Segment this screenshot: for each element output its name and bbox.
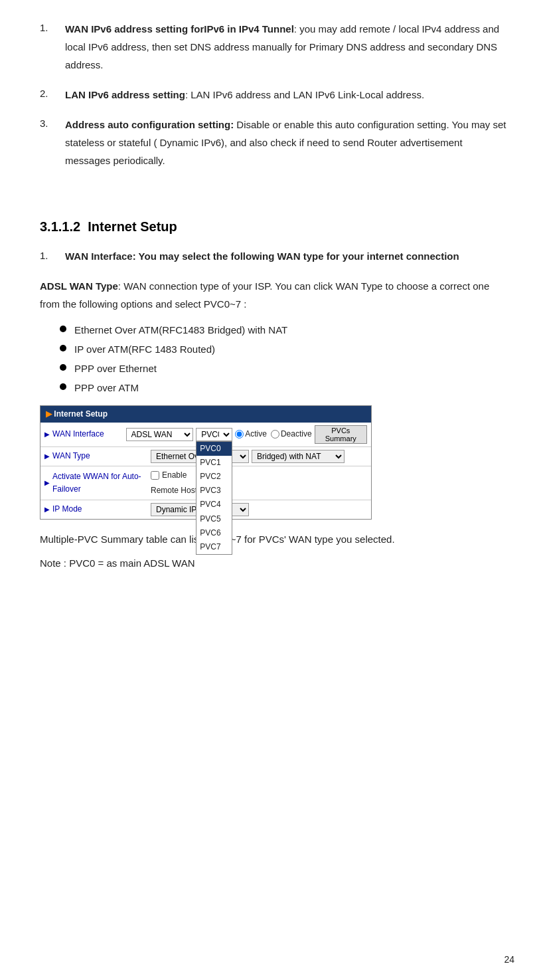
multiple-pvc-note: Multiple-PVC Summary table can list PVC0… [40,532,508,547]
bullet-dot-2 [60,364,66,371]
pvc-option-3[interactable]: PVC3 [196,484,232,498]
pvc-dropdown-list[interactable]: PVC0 PVC1 PVC2 PVC3 PVC4 PVC5 PVC6 PVC7 [196,441,232,555]
wan-item-number: 1. [40,248,65,264]
radio-active-label[interactable]: Active [235,428,267,441]
list-item-2-text: : LAN IPv6 address and LAN IPv6 Link-Loc… [185,89,424,100]
list-item-3-bold: Address auto configuration setting: [65,119,234,130]
ui-label-wan-type-text: WAN Type [52,450,90,462]
bullet-item-0: Ethernet Over ATM(RFC1483 Bridged) with … [60,322,508,338]
radio-deactive-label[interactable]: Deactive [271,428,312,441]
ui-label-wan-interface-text: WAN Interface [52,428,104,441]
ui-content-wan-type: Ethernet Over ATM Bridged) with NAT [151,450,367,463]
section-heading: 3.1.1.2 Internet Setup [40,216,508,237]
bullet-text-0: Ethernet Over ATM(RFC1483 Bridged) with … [74,322,287,338]
pvc-option-0[interactable]: PVC0 [196,442,232,456]
enable-checkbox[interactable] [151,471,159,480]
pvc-option-4[interactable]: PVC4 [196,498,232,512]
pvc-option-6[interactable]: PVC6 [196,526,232,540]
bullet-text-1: IP over ATM(RFC 1483 Routed) [74,342,215,357]
enable-checkbox-text: Enable [162,469,187,482]
ui-content-ip-mode: Dynamic IP Address [151,503,367,516]
ui-label-ip-mode-text: IP Mode [52,503,82,516]
list-number-1: 1. [40,20,65,36]
list-item-1-bold: WAN IPv6 address setting forIPv6 in IPv4… [65,23,294,35]
ui-label-activate-wwan: Activate WWAN for Auto-Failover [44,470,151,496]
wan-interface-bold: WAN Interface: You may select the follow… [65,250,459,262]
ui-label-wan-type: WAN Type [44,450,151,462]
list-item-3: 3. Address auto configuration setting: D… [40,116,508,169]
ui-title-text: Internet Setup [54,409,108,419]
list-item-1: 1. WAN IPv6 address setting forIPv6 in I… [40,20,508,74]
enable-checkbox-label[interactable]: Enable [151,469,187,482]
pvc-dropdown-container: PVC0 PVC0 PVC1 PVC2 PVC3 PVC4 PVC5 PVC6 … [196,428,232,441]
active-deactive-group: Active Deactive [235,428,311,441]
ui-content-activate-wwan: Enable Remote Host for k [151,469,367,497]
pvc-option-2[interactable]: PVC2 [196,470,232,484]
list-item-2: 2. LAN IPv6 address setting: LAN IPv6 ad… [40,86,508,104]
wan-interface-item: 1. WAN Interface: You may select the fol… [40,248,508,265]
bullet-text-3: PPP over ATM [74,380,139,396]
list-number-3: 3. [40,116,65,132]
bullet-list: Ethernet Over ATM(RFC1483 Bridged) with … [60,322,508,396]
pvcs-summary-button[interactable]: PVCs Summary [315,425,367,444]
list-item-1-content: WAN IPv6 address setting forIPv6 in IPv4… [65,20,508,74]
bullet-item-1: IP over ATM(RFC 1483 Routed) [60,342,508,357]
pvc0-note: Note : PVC0 = as main ADSL WAN [40,555,508,571]
bullet-dot-3 [60,383,66,390]
page-number: 24 [504,952,514,967]
ui-screenshot: Internet Setup WAN Interface ADSL WAN PV… [40,405,372,520]
bullet-item-3: PPP over ATM [60,380,508,396]
pvc0-note-text: Note : PVC0 = as main ADSL WAN [40,557,195,569]
wan-interface-select[interactable]: ADSL WAN [126,428,194,441]
section-title: Internet Setup [88,219,177,234]
section-number: 3.1.1.2 [40,219,80,234]
adsl-intro: ADSL WAN Type: WAN connection type of yo… [40,277,508,313]
bullet-dot-0 [60,326,66,332]
bullet-text-2: PPP over Ethernet [74,361,157,377]
pvc-option-1[interactable]: PVC1 [196,456,232,470]
radio-active-text: Active [245,428,267,441]
ui-title-bar: Internet Setup [40,406,371,423]
list-item-2-bold: LAN IPv6 address setting [65,89,185,100]
ui-label-ip-mode: IP Mode [44,503,151,516]
ui-content-wan-interface: ADSL WAN PVC0 PVC0 PVC1 PVC2 PVC3 PVC4 P… [126,425,367,444]
ui-label-wan-interface: WAN Interface [44,428,126,441]
pvc-select[interactable]: PVC0 [196,428,232,441]
pvc-option-7[interactable]: PVC7 [196,540,232,554]
bridged-select[interactable]: Bridged) with NAT [252,450,345,463]
list-number-2: 2. [40,86,65,102]
wan-item-content: WAN Interface: You may select the follow… [65,248,459,265]
bullet-dot-1 [60,345,66,351]
adsl-intro-bold: ADSL WAN Type [40,280,118,292]
main-list: 1. WAN IPv6 address setting forIPv6 in I… [40,20,508,169]
list-item-3-content: Address auto configuration setting: Disa… [65,116,508,169]
ui-label-activate-wwan-text: Activate WWAN for Auto-Failover [52,470,151,496]
radio-deactive[interactable] [271,430,279,439]
radio-deactive-text: Deactive [281,428,312,441]
list-item-2-content: LAN IPv6 address setting: LAN IPv6 addre… [65,86,508,104]
radio-active[interactable] [235,430,244,439]
pvc-option-5[interactable]: PVC5 [196,512,232,526]
bullet-item-2: PPP over Ethernet [60,361,508,377]
ui-row-wan-interface: WAN Interface ADSL WAN PVC0 PVC0 PVC1 PV… [40,423,371,447]
